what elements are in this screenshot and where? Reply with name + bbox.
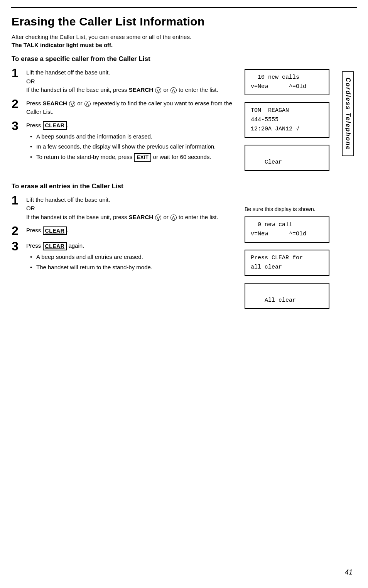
- exit-key-1: EXIT: [134, 153, 151, 162]
- clear-key-2: CLEAR: [43, 226, 67, 235]
- step-num-3b: 3: [12, 240, 26, 252]
- page-wrapper: Erasing the Caller List Information Afte…: [0, 0, 368, 588]
- section1-step2: 2 Press SEARCH ⋁ or ⋀ repeatedly to find…: [12, 99, 237, 117]
- step-content-1a: Lift the handset off the base unit. OR I…: [26, 68, 237, 95]
- step-num-3a: 3: [12, 120, 26, 132]
- bullet-1a: A beep sounds and the information is era…: [30, 132, 237, 141]
- step3b-bullets: A beep sounds and all entries are erased…: [26, 253, 237, 272]
- display-3: Clear: [245, 145, 329, 171]
- step-content-2a: Press SEARCH ⋁ or ⋀ repeatedly to find t…: [26, 99, 237, 117]
- be-sure-text: Be sure this display is shown.: [245, 206, 322, 213]
- display-4: 0 new call v=New ^=Old: [245, 216, 329, 243]
- step-content-3a: Press CLEAR. A beep sounds and the infor…: [26, 121, 237, 163]
- section2-step3: 3 Press CLEAR again. A beep sounds and a…: [12, 242, 237, 273]
- search-up-icon: ⋀: [170, 87, 177, 93]
- search-down-icon2: ⋁: [69, 101, 75, 107]
- display-6: All clear: [245, 283, 329, 309]
- step-num-1a: 1: [12, 67, 26, 79]
- display-5: Press CLEAR for all clear: [245, 250, 329, 276]
- page-title: Erasing the Caller List Information: [12, 15, 356, 28]
- bullet-2b: The handset will return to the stand-by …: [30, 263, 237, 272]
- search-down-icon3: ⋁: [155, 215, 161, 221]
- bullet-3a: To return to the stand-by mode, press EX…: [30, 153, 237, 162]
- step-num-2b: 2: [12, 225, 26, 237]
- left-column: To erase a specific caller from the Call…: [12, 50, 245, 573]
- display-1: 10 new calls v=New ^=Old: [245, 69, 329, 95]
- step3a-bullets: A beep sounds and the information is era…: [26, 132, 237, 162]
- clear-key-1: CLEAR: [43, 121, 67, 130]
- section1-step1: 1 Lift the handset off the base unit. OR…: [12, 68, 237, 95]
- section2-step2: 2 Press CLEAR.: [12, 226, 237, 237]
- bullet-2a: In a few seconds, the display will show …: [30, 142, 237, 151]
- bullet-1b: A beep sounds and all entries are erased…: [30, 253, 237, 262]
- intro-line2: The TALK indicator light must be off.: [12, 42, 356, 48]
- brand-col: Cordless Telephone: [339, 50, 356, 573]
- search-up-icon2: ⋀: [84, 101, 91, 107]
- section2-heading: To erase all entries in the Caller List: [12, 182, 237, 190]
- displays-col: 10 new calls v=New ^=Old TOM REAGAN 444-…: [245, 50, 337, 573]
- right-column: 10 new calls v=New ^=Old TOM REAGAN 444-…: [245, 50, 356, 573]
- section2-step1: 1 Lift the handset off the base unit. OR…: [12, 196, 237, 222]
- step-num-1b: 1: [12, 194, 26, 206]
- page-number: 41: [345, 568, 353, 576]
- clear-key-3: CLEAR: [43, 242, 67, 250]
- search-up-icon3: ⋀: [170, 215, 177, 221]
- step-content-3b: Press CLEAR again. A beep sounds and all…: [26, 242, 237, 273]
- search-down-icon: ⋁: [155, 87, 161, 93]
- intro-line1: After checking the Caller List, you can …: [12, 34, 356, 40]
- step-content-2b: Press CLEAR.: [26, 226, 237, 235]
- display-2: TOM REAGAN 444-5555 12:20A JAN12 √: [245, 102, 329, 138]
- section1-step3: 3 Press CLEAR. A beep sounds and the inf…: [12, 121, 237, 163]
- brand-label: Cordless Telephone: [342, 71, 354, 156]
- step-content-1b: Lift the handset off the base unit. OR I…: [26, 196, 237, 222]
- step-num-2a: 2: [12, 98, 26, 110]
- section1-heading: To erase a specific caller from the Call…: [12, 55, 237, 63]
- main-area: To erase a specific caller from the Call…: [0, 50, 368, 588]
